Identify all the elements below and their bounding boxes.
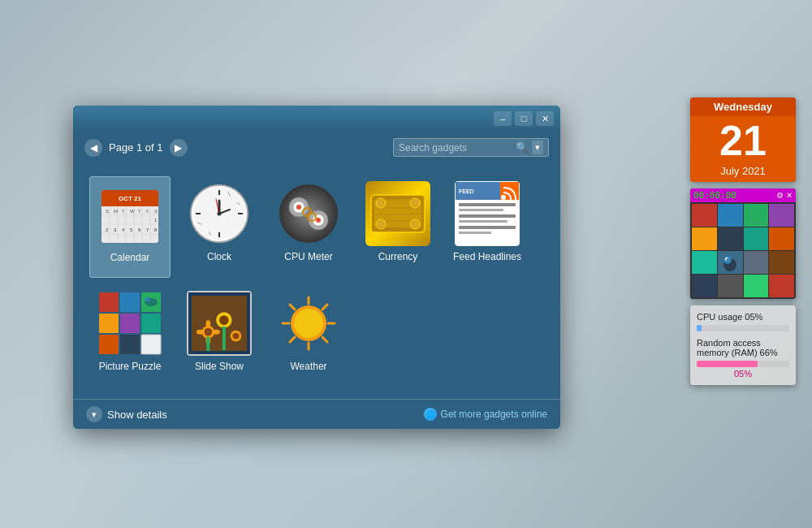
puzzle-cell [692,227,717,250]
search-box: 🔍 ▾ [393,138,549,157]
svg-text:T: T [122,209,125,214]
svg-text:S: S [106,209,109,214]
svg-text:F: F [146,209,149,214]
next-page-button[interactable]: ▶ [170,139,188,157]
svg-point-58 [376,219,386,229]
calendar-day-name: Wednesday [690,97,796,116]
puzzle-cell [769,227,794,250]
search-input[interactable] [399,142,512,154]
svg-point-60 [410,219,420,229]
maximize-button[interactable]: □ [515,111,533,126]
svg-rect-76 [120,314,140,333]
svg-text:OCT 21: OCT 21 [119,195,142,202]
svg-rect-71 [459,232,491,234]
svg-line-104 [290,305,295,309]
close-button[interactable]: ✕ [536,111,554,126]
calendar-widget[interactable]: Wednesday 21 July 2021 [690,97,796,182]
gadget-currency[interactable]: Currency [357,176,438,278]
show-details-button[interactable]: ▾ Show details [86,406,167,422]
svg-rect-80 [141,335,161,354]
get-more-label: Get more gadgets online [441,409,547,420]
toolbar: ◀ Page 1 of 1 ▶ 🔍 ▾ [73,132,560,163]
prev-page-button[interactable]: ◀ [84,139,102,157]
svg-point-87 [204,328,212,336]
calendar-day-number: 21 [690,116,796,165]
puzzle-cell [744,204,769,227]
gadget-clock[interactable]: Clock [179,176,260,278]
puzzle-cell [769,251,794,274]
gadgets-window: – □ ✕ ◀ Page 1 of 1 ▶ 🔍 ▾ [73,106,560,429]
slide-show-icon [187,291,252,356]
puzzle-cell [718,251,743,274]
get-more-gadgets-link[interactable]: 🌐 Get more gadgets online [424,408,547,421]
clock-label: Clock [207,251,231,262]
cpu-meter-label: CPU Meter [284,251,332,262]
puzzle-cell [769,275,794,297]
puzzle-cell [718,227,743,250]
currency-label: Currency [378,251,418,262]
puzzle-cell [692,275,717,297]
gadget-weather[interactable]: Weather [268,286,349,386]
clock-icon [187,181,252,246]
svg-rect-70 [459,226,516,229]
cpu-widget[interactable]: CPU usage 05% Random access memory (RAM)… [690,305,796,385]
svg-point-89 [219,315,229,325]
svg-rect-97 [222,327,226,350]
svg-point-94 [197,330,205,335]
search-button[interactable]: 🔍 [516,141,529,154]
search-dropdown-button[interactable]: ▾ [532,141,543,154]
svg-rect-77 [141,314,161,333]
cpu-usage-label: CPU usage 05% [697,312,789,322]
minimize-button[interactable]: – [494,111,512,126]
svg-point-82 [145,297,150,302]
ram-bar-fill [697,361,758,367]
puzzle-timer: 00:00:00 [693,190,736,201]
svg-rect-66 [459,203,516,206]
puzzle-cell [718,275,743,297]
puzzle-widget[interactable]: 00:00:00 ⚙ ✕ [690,188,796,299]
weather-label: Weather [290,361,326,372]
svg-rect-68 [459,214,516,218]
svg-rect-96 [206,337,209,352]
ram-bar-background [697,361,789,367]
svg-rect-72 [99,292,119,312]
svg-line-107 [290,337,295,342]
puzzle-cell [692,204,717,227]
feed-headlines-label: Feed Headlines [453,251,521,262]
gadget-slide-show[interactable]: Slide Show [179,286,260,386]
ram-percentage: 05% [697,369,789,379]
svg-rect-67 [459,209,503,211]
page-indicator: Page 1 of 1 [109,141,163,154]
show-details-icon: ▾ [86,406,102,422]
titlebar: – □ ✕ [73,106,560,132]
svg-point-99 [294,309,323,338]
gadget-picture-puzzle[interactable]: Picture Puzzle [89,286,171,386]
svg-point-48 [316,218,321,223]
svg-rect-79 [120,335,140,354]
page-navigation: ◀ Page 1 of 1 ▶ [84,139,188,157]
puzzle-grid [690,202,796,299]
window-footer: ▾ Show details 🌐 Get more gadgets online [73,399,560,429]
puzzle-cell [744,275,769,297]
svg-point-91 [233,333,240,340]
gadget-cpu-meter[interactable]: CPU Meter [268,176,349,278]
gadget-calendar[interactable]: OCT 21 S M T W T F S 1 2 3 4 5 6 [89,176,171,278]
gadget-feed-headlines[interactable]: FEED Feed H [447,176,528,278]
calendar-label: Calendar [110,252,150,263]
feed-headlines-icon: FEED [455,181,520,246]
puzzle-cell [769,204,794,227]
svg-point-111 [727,259,728,261]
svg-point-92 [205,320,210,328]
svg-point-95 [212,330,220,335]
gadgets-grid: OCT 21 S M T W T F S 1 2 3 4 5 6 [73,163,560,399]
svg-rect-73 [120,292,140,312]
svg-rect-75 [99,314,119,333]
svg-point-41 [218,212,222,216]
svg-text:T: T [138,209,141,214]
svg-text:S: S [154,209,158,214]
svg-point-59 [410,198,420,208]
picture-puzzle-label: Picture Puzzle [99,361,162,372]
puzzle-cell [744,251,769,274]
puzzle-cell [718,204,743,227]
svg-text:W: W [130,209,135,214]
